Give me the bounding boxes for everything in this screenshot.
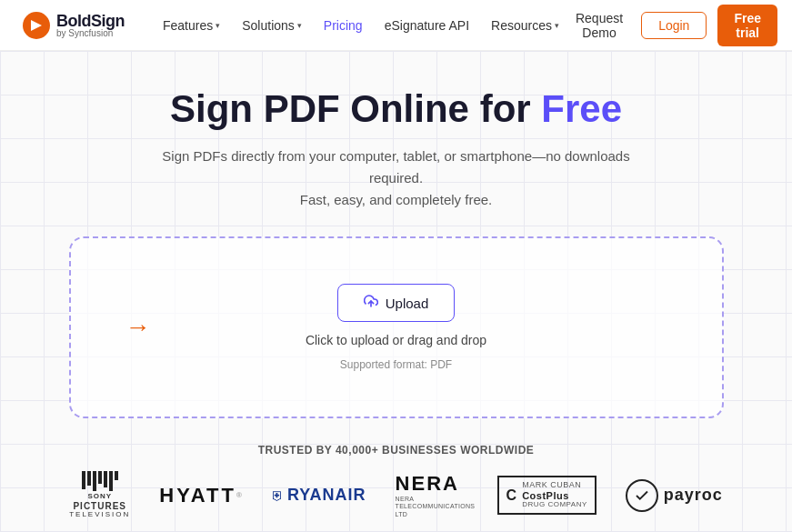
costplus-logo: C MARK CUBAN CostPlus DRUG COMPANY <box>497 476 597 515</box>
login-button[interactable]: Login <box>641 12 707 39</box>
chevron-down-icon: ▾ <box>555 21 559 30</box>
free-trial-button[interactable]: Free trial <box>717 5 777 46</box>
nav-resources[interactable]: Resources ▾ <box>482 13 568 38</box>
hyatt-logo: HYATT® <box>159 484 242 507</box>
trusted-section: TRUSTED BY 40,000+ BUSINESSES WORLDWIDE … <box>22 444 770 519</box>
chevron-down-icon: ▾ <box>297 21 302 30</box>
upload-icon <box>364 294 378 312</box>
upload-arrow-icon: → <box>125 313 151 342</box>
hero-subtitle: Sign PDFs directly from your computer, t… <box>160 146 633 211</box>
nav-esignature-api[interactable]: eSignature API <box>376 13 478 38</box>
logo-icon <box>22 11 51 40</box>
hero-title: Sign PDF Online for Free <box>170 87 622 131</box>
main-content: Sign PDF Online for Free Sign PDFs direc… <box>0 51 792 532</box>
logo-text: BoldSign by Syncfusion <box>56 13 125 38</box>
request-demo-button[interactable]: Request Demo <box>568 5 630 45</box>
sony-logo: SONY PICTURES TELEVISION <box>69 471 130 519</box>
main-nav: Features ▾ Solutions ▾ Pricing eSignatur… <box>154 13 568 38</box>
chevron-down-icon: ▾ <box>216 21 220 30</box>
nav-solutions[interactable]: Solutions ▾ <box>233 13 311 38</box>
upload-hint: Click to upload or drag and drop <box>306 333 486 347</box>
upload-button[interactable]: Upload <box>337 284 456 322</box>
logo[interactable]: BoldSign by Syncfusion <box>22 11 125 40</box>
trusted-label: TRUSTED BY 40,000+ BUSINESSES WORLDWIDE <box>258 444 535 457</box>
header-actions: Request Demo Login Free trial <box>568 5 777 46</box>
upload-format: Supported format: PDF <box>340 358 452 371</box>
upload-dropzone[interactable]: → Upload Click to upload or drag and dro… <box>69 236 724 418</box>
nera-logo: NERA NERA TELECOMMUNICATIONS LTD <box>396 472 468 518</box>
brand-logos: SONY PICTURES TELEVISION HYATT® ⛨ RYANAI… <box>69 471 723 519</box>
nav-features[interactable]: Features ▾ <box>154 13 229 38</box>
ryanair-shield-icon: ⛨ <box>271 488 284 503</box>
ryanair-logo: ⛨ RYANAIR <box>271 486 366 505</box>
payroc-logo: payroc <box>626 479 723 512</box>
nav-pricing[interactable]: Pricing <box>315 13 372 38</box>
